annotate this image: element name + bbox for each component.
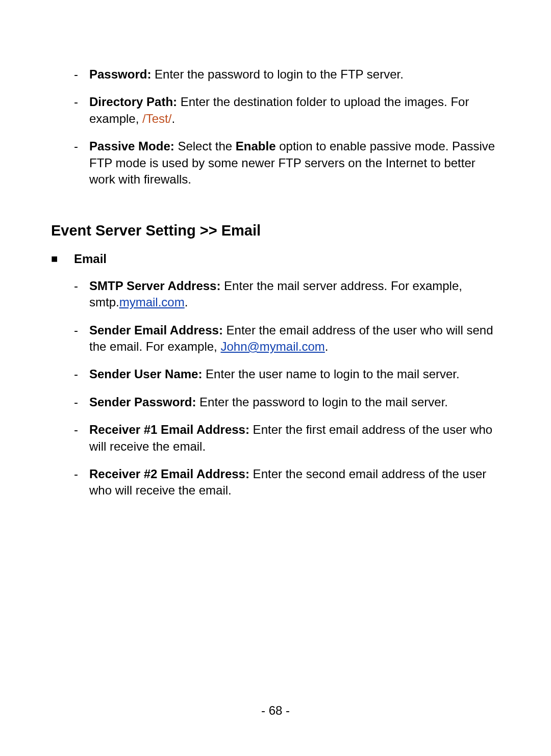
email-receiver2-item: Receiver #2 Email Address: Enter the sec…	[51, 466, 500, 499]
ftp-password-text: Enter the password to login to the FTP s…	[151, 67, 403, 81]
email-smtp-text-2: .	[185, 295, 188, 309]
ftp-passive-mode-text-1: Select the	[174, 139, 236, 153]
page-number: - 68 -	[0, 703, 551, 718]
email-sender-email-text-2: .	[325, 340, 329, 353]
email-smtp-item: SMTP Server Address: Enter the mail serv…	[51, 278, 500, 311]
ftp-passive-mode-item: Passive Mode: Select the Enable option t…	[51, 138, 500, 188]
email-sender-password-text: Enter the password to login to the mail …	[196, 395, 448, 409]
ftp-directory-path-label: Directory Path:	[89, 95, 177, 109]
ftp-passive-mode-enable: Enable	[236, 139, 276, 153]
ftp-password-item: Password: Enter the password to login to…	[51, 66, 500, 83]
email-sender-user-item: Sender User Name: Enter the user name to…	[51, 366, 500, 382]
email-receiver2-label: Receiver #2 Email Address:	[89, 467, 249, 481]
ftp-passive-mode-label: Passive Mode:	[89, 139, 174, 153]
email-sender-user-label: Sender User Name:	[89, 367, 202, 381]
email-sender-email-label: Sender Email Address:	[89, 323, 223, 337]
ftp-password-label: Password:	[89, 67, 151, 81]
email-receiver1-item: Receiver #1 Email Address: Enter the fir…	[51, 422, 500, 455]
email-receiver1-label: Receiver #1 Email Address:	[89, 423, 249, 436]
email-sender-user-text: Enter the user name to login to the mail…	[202, 367, 459, 381]
section-heading: Event Server Setting >> Email	[51, 221, 500, 241]
email-sender-email-item: Sender Email Address: Enter the email ad…	[51, 322, 500, 355]
ftp-directory-path-item: Directory Path: Enter the destination fo…	[51, 94, 500, 127]
ftp-directory-path-example: /Test/	[142, 112, 171, 125]
email-smtp-label: SMTP Server Address:	[89, 279, 220, 293]
page-content: Password: Enter the password to login to…	[51, 66, 500, 499]
email-smtp-link[interactable]: mymail.com	[119, 295, 185, 309]
email-sender-password-label: Sender Password:	[89, 395, 196, 409]
email-sender-email-link[interactable]: John@mymail.com	[220, 340, 324, 353]
email-subsection-label: Email	[51, 251, 500, 267]
email-sender-password-item: Sender Password: Enter the password to l…	[51, 394, 500, 410]
ftp-directory-path-text-2: .	[171, 112, 175, 125]
